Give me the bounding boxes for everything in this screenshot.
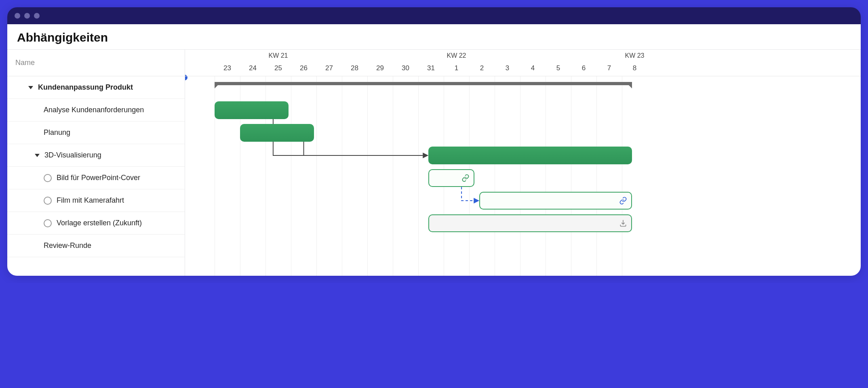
day-label: 25 <box>274 64 282 72</box>
day-label: 6 <box>582 64 586 72</box>
tree-row-task[interactable]: Planung <box>7 122 185 144</box>
link-icon <box>461 174 470 182</box>
week-label: KW 21 <box>268 52 288 59</box>
traffic-light-zoom[interactable] <box>34 13 40 19</box>
day-label: 24 <box>249 64 257 72</box>
tree-row-label: Vorlage erstellen (Zukunft) <box>57 219 142 227</box>
day-label: 30 <box>402 64 409 72</box>
status-circle-icon[interactable] <box>44 174 52 182</box>
gantt-task-bar[interactable] <box>215 101 289 119</box>
gantt-task-bar[interactable] <box>428 147 632 164</box>
day-label: 26 <box>300 64 308 72</box>
status-circle-icon[interactable] <box>44 219 52 227</box>
column-header-name: Name <box>7 50 185 76</box>
app-frame: Abhängigkeiten Name Kundenanpassung Prod… <box>7 7 861 276</box>
day-label: 27 <box>325 64 333 72</box>
day-label: 4 <box>531 64 535 72</box>
tree-row-subtask[interactable]: Vorlage erstellen (Zukunft) <box>7 212 185 235</box>
day-label: 29 <box>376 64 384 72</box>
window-titlebar <box>7 7 861 24</box>
tree-row-subtask[interactable]: Bild für PowerPoint-Cover <box>7 167 185 189</box>
gantt-bars <box>185 76 861 276</box>
tree-row-label: Bild für PowerPoint-Cover <box>57 174 140 182</box>
content-area: Name Kundenanpassung Produkt Analyse Kun… <box>7 50 861 276</box>
day-label: 1 <box>455 64 458 72</box>
day-label: 5 <box>556 64 560 72</box>
tree-row-label: Planung <box>44 128 70 137</box>
gantt-chart[interactable]: KW 21KW 22KW 23 232425262728293031123456… <box>185 50 861 276</box>
gantt-task-outline[interactable] <box>428 169 474 187</box>
tree-row-subtask[interactable]: Film mit Kamerafahrt <box>7 189 185 212</box>
chevron-down-icon[interactable] <box>35 154 40 157</box>
day-row: 23242526272829303112345678 <box>185 62 861 76</box>
tree-row-group[interactable]: Kundenanpassung Produkt <box>7 76 185 99</box>
tree-row-label: Film mit Kamerafahrt <box>57 196 124 205</box>
page-title: Abhängigkeiten <box>7 24 861 50</box>
day-label: 31 <box>427 64 435 72</box>
tree-row-task[interactable]: Review-Runde <box>7 235 185 257</box>
day-label: 2 <box>480 64 484 72</box>
traffic-light-minimize[interactable] <box>24 13 30 19</box>
day-label: 28 <box>351 64 358 72</box>
tree-row-group[interactable]: 3D-Visualisierung <box>7 144 185 167</box>
gantt-task-bar[interactable] <box>240 124 314 142</box>
day-label: 23 <box>223 64 231 72</box>
day-label: 7 <box>607 64 611 72</box>
traffic-light-close[interactable] <box>15 13 20 19</box>
week-label: KW 23 <box>625 52 644 59</box>
gantt-task-outline[interactable] <box>428 214 632 232</box>
tree-row-task[interactable]: Analyse Kundenanforderungen <box>7 99 185 122</box>
tree-row-label: Kundenanpassung Produkt <box>38 83 133 92</box>
tree-row-label: Review-Runde <box>44 241 91 250</box>
timeline-header: KW 21KW 22KW 23 232425262728293031123456… <box>185 50 861 76</box>
tree-row-label: 3D-Visualisierung <box>44 151 101 159</box>
tree-row-label: Analyse Kundenanforderungen <box>44 106 144 114</box>
task-sidebar: Name Kundenanpassung Produkt Analyse Kun… <box>7 50 185 276</box>
gantt-summary-bar[interactable] <box>215 82 632 85</box>
gantt-task-outline[interactable] <box>479 192 632 210</box>
day-label: 3 <box>506 64 509 72</box>
chevron-down-icon[interactable] <box>28 86 33 89</box>
status-circle-icon[interactable] <box>44 197 52 205</box>
week-row: KW 21KW 22KW 23 <box>185 50 861 62</box>
window-body: Abhängigkeiten Name Kundenanpassung Prod… <box>7 24 861 276</box>
day-label: 8 <box>633 64 636 72</box>
link-icon <box>619 197 627 205</box>
download-icon <box>619 219 627 227</box>
week-label: KW 22 <box>447 52 466 59</box>
